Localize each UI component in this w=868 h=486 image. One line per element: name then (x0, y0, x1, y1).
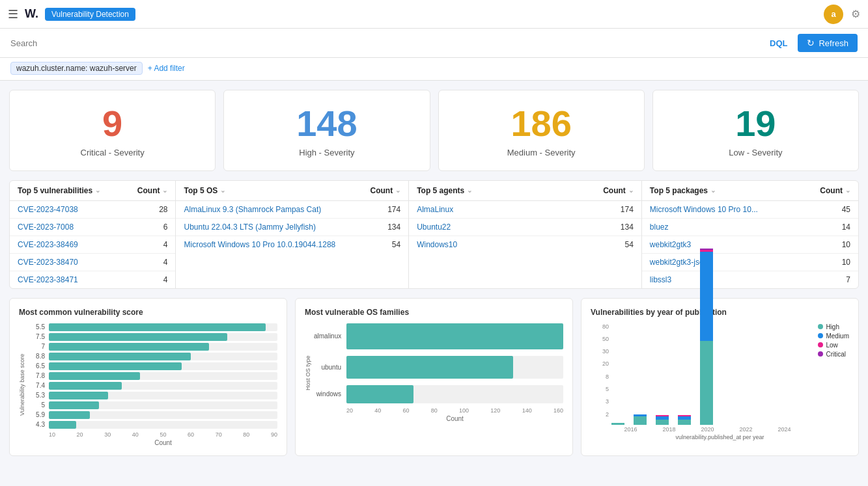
hbar-container (49, 343, 277, 351)
sort-icon-count[interactable]: ⌄ (162, 187, 167, 194)
hbar-row: 7.8 (27, 372, 277, 380)
os-families-chart: Most vulnerable OS families Host OS type… (295, 298, 573, 456)
table-cell-name: CVE-2023-38471 (18, 275, 78, 284)
table-row: CVE-2023-38470 4 (10, 254, 175, 271)
stat-label: Low - Severity (664, 148, 848, 157)
osbar-row: ubuntu (314, 356, 563, 379)
table-row: Microsoft Windows 10 Pro 10.0.19044.1288… (176, 236, 408, 253)
hbar-tick: 20 (77, 431, 83, 438)
avatar[interactable]: a (824, 5, 843, 24)
hbar-xaxis: 102030405060708090 (27, 431, 277, 438)
table-cell-count: 7 (846, 275, 850, 284)
dql-button[interactable]: DQL (766, 38, 791, 48)
legend-item: High (818, 323, 849, 331)
hbar-label: 8.8 (27, 353, 45, 360)
table-cell-name: webkit2gtk3-jsc (650, 258, 703, 267)
table-row: Microsoft Windows 10 Pro 10... 45 (642, 201, 858, 219)
hbar-fill (49, 323, 266, 331)
table-title: Top 5 vulnerabilities (18, 186, 92, 195)
sort-icon-count[interactable]: ⌄ (628, 187, 634, 194)
sort-icon-count[interactable]: ⌄ (845, 187, 850, 194)
osbar-tick: 20 (346, 407, 353, 414)
table-cell-count: 45 (842, 205, 850, 214)
table-cell-count: 14 (842, 223, 850, 232)
table-row: AlmaLinux 174 (409, 201, 641, 219)
sort-icon[interactable]: ⌄ (710, 187, 716, 194)
add-filter-button[interactable]: + Add filter (148, 64, 185, 73)
sort-icon[interactable]: ⌄ (95, 187, 100, 194)
hbar-row: 8.8 (27, 353, 277, 360)
chart-title-os: Most vulnerable OS families (305, 308, 563, 317)
table-cell-count: 54 (625, 240, 634, 249)
table-cell-count: 174 (621, 205, 634, 214)
table-row: libssl3 7 (642, 271, 858, 288)
osbar-tick: 40 (374, 407, 381, 414)
hbar-tick: 60 (188, 431, 194, 438)
table-cell-name: CVE-2023-38469 (18, 240, 78, 249)
hbar-row: 5 (27, 401, 277, 409)
hamburger-menu-icon[interactable]: ☰ (8, 7, 18, 21)
refresh-icon: ↻ (807, 38, 815, 48)
hbar-container (49, 411, 277, 419)
year-bar-high (634, 416, 647, 425)
table-cell-name: Microsoft Windows 10 Pro 10.0.19044.1288 (184, 240, 335, 249)
sort-icon-count[interactable]: ⌄ (395, 187, 400, 194)
hbar-tick: 80 (243, 431, 249, 438)
sort-icon[interactable]: ⌄ (220, 187, 225, 194)
year-group (678, 415, 691, 425)
table-cell-name: Windows10 (417, 240, 457, 249)
legend-label: High (826, 323, 839, 331)
table-cell-count: 134 (621, 223, 634, 232)
osbar-label: almalinux (314, 332, 341, 340)
stat-number: 9 (20, 103, 204, 144)
table-cell-count: 10 (842, 258, 850, 267)
year-bar-medium (700, 252, 713, 341)
hbar-container (49, 372, 277, 380)
year-bar-high (656, 420, 669, 425)
hbar-label: 5.3 (27, 392, 45, 399)
table-cell-count: 134 (387, 223, 400, 232)
vuln-score-yaxis-label: Vulnerability base score (19, 323, 25, 446)
table-header: Top 5 packages ⌄ Count ⌄ (642, 181, 858, 201)
hbar-row: 7.5 (27, 333, 277, 341)
hbar-label: 7.8 (27, 372, 45, 379)
table-cell-count: 4 (163, 275, 168, 284)
hbar-fill (49, 382, 122, 390)
nav-right: a ⚙ (824, 5, 860, 24)
hbar-chart: 5.5 7.5 7 8.8 6.5 7.8 7.4 5.3 (27, 323, 277, 429)
table-header: Top 5 vulnerabilities ⌄ Count ⌄ (10, 181, 175, 201)
hbar-label: 5.5 (27, 323, 45, 331)
vulnerability-score-chart: Most common vulnerability score Vulnerab… (9, 298, 287, 456)
hbar-xaxis-label: Count (27, 439, 277, 446)
hbar-tick: 50 (160, 431, 166, 438)
year-group (700, 249, 713, 425)
table-row: webkit2gtk3-jsc 10 (642, 254, 858, 271)
table-cell-name: Ubuntu22 (417, 223, 451, 232)
os-yaxis-label: Host OS type (305, 323, 311, 422)
table-cell-count: 54 (392, 240, 400, 249)
hbar-tick: 70 (216, 431, 222, 438)
count-label: Count (820, 186, 843, 195)
toolbar: DQL ↻ Refresh (0, 29, 868, 58)
filter-row: wazuh.cluster.name: wazuh-server + Add f… (0, 58, 868, 81)
hbar-row: 5.9 (27, 411, 277, 419)
table-cell-count: 4 (163, 258, 168, 267)
search-input[interactable] (10, 36, 759, 51)
hbar-fill (49, 353, 191, 360)
sort-icon[interactable]: ⌄ (467, 187, 472, 194)
refresh-button[interactable]: ↻ Refresh (798, 34, 858, 52)
settings-icon[interactable]: ⚙ (851, 8, 860, 20)
hbar-row: 5.5 (27, 323, 277, 331)
hbar-container (49, 333, 277, 341)
hbar-container (49, 362, 277, 370)
table-cell-count: 4 (163, 240, 168, 249)
hbar-row: 4.3 (27, 421, 277, 429)
stat-number: 148 (234, 103, 419, 144)
table-row: Ubuntu 22.04.3 LTS (Jammy Jellyfish) 134 (176, 219, 408, 236)
hbar-row: 7.4 (27, 382, 277, 390)
filter-tag[interactable]: wazuh.cluster.name: wazuh-server (10, 62, 143, 75)
table-cell-name: Microsoft Windows 10 Pro 10... (650, 205, 758, 214)
count-label: Count (603, 186, 626, 195)
count-label: Count (137, 186, 160, 195)
year-group (634, 414, 647, 425)
